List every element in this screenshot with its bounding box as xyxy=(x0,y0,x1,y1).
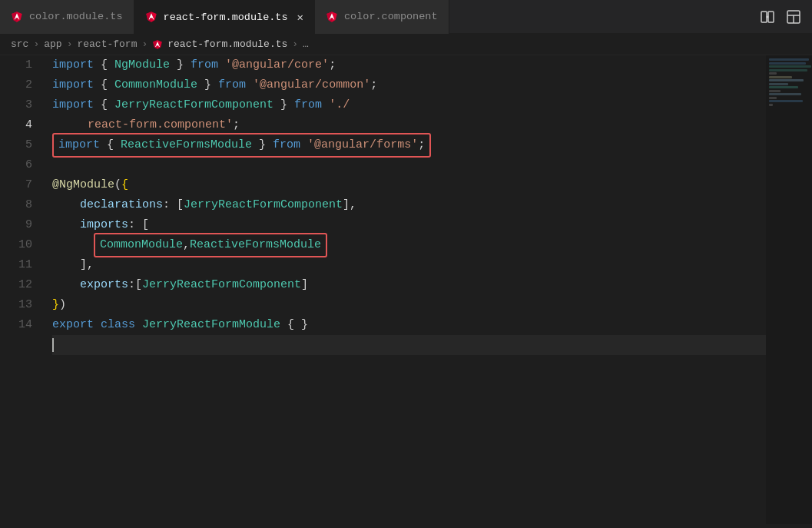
code-area: 1 2 3 4 5 6 7 8 9 10 11 12 13 14 import … xyxy=(0,55,812,524)
code-line-1: import { NgModule } from '@angular/core'… xyxy=(52,55,766,75)
line-num-4: 4 xyxy=(15,115,32,135)
tab-label-color-component: color.component xyxy=(344,11,438,22)
tab-label-color-module: color.module.ts xyxy=(29,11,123,22)
minimap xyxy=(766,55,812,524)
line-num-5: 5 xyxy=(15,135,32,155)
code-content[interactable]: import { NgModule } from '@angular/core'… xyxy=(45,55,766,524)
bc-ellipsis: … xyxy=(303,38,309,50)
bc-filename: react-form.module.ts xyxy=(167,38,287,50)
line-num-11: 11 xyxy=(15,255,32,275)
code-line-11: exports:[JerryReactFormComponent] xyxy=(52,275,766,295)
code-line-9: CommonModule,ReactiveFormsModule xyxy=(52,235,766,255)
code-line-10: ], xyxy=(52,255,766,275)
code-line-2: import { CommonModule } from '@angular/c… xyxy=(52,75,766,95)
breadcrumb: src › app › react-form › react-form.modu… xyxy=(0,34,812,55)
tab-react-form-module[interactable]: react-form.module.ts ✕ xyxy=(134,0,315,34)
bc-react-form: react-form xyxy=(77,38,137,50)
line-num-3: 3 xyxy=(15,95,32,115)
svg-rect-12 xyxy=(761,12,767,22)
angular-icon-2 xyxy=(145,11,157,23)
line-num-10: 10 xyxy=(15,235,32,255)
line-numbers: 1 2 3 4 5 6 7 8 9 10 11 12 13 14 xyxy=(0,55,45,524)
angular-icon-3 xyxy=(326,11,338,23)
code-line-3: import { JerryReactFormComponent } from … xyxy=(52,95,766,115)
svg-point-14 xyxy=(767,15,769,18)
toolbar-right xyxy=(757,6,812,28)
code-line-13: export class JerryReactFormModule { } xyxy=(52,315,766,335)
code-line-4: import { ReactiveFormsModule } from '@an… xyxy=(52,135,766,155)
bc-sep-1: › xyxy=(33,38,39,50)
tab-color-component[interactable]: color.component xyxy=(315,0,449,34)
line-num-9: 9 xyxy=(15,215,32,235)
line-num-13: 13 xyxy=(15,295,32,315)
bc-sep-3: › xyxy=(141,38,147,50)
tab-color-module[interactable]: color.module.ts xyxy=(0,0,134,34)
line-num-1: 1 xyxy=(15,55,32,75)
split-editor-button[interactable] xyxy=(757,6,778,28)
bc-sep-2: › xyxy=(67,38,73,50)
code-line-7: declarations: [JerryReactFormComponent], xyxy=(52,195,766,215)
code-line-5 xyxy=(52,155,766,175)
svg-rect-13 xyxy=(768,12,774,22)
line-num-14: 14 xyxy=(15,315,32,335)
code-line-6: @NgModule({ xyxy=(52,175,766,195)
bc-angular-icon xyxy=(152,39,163,50)
line-num-6: 6 xyxy=(15,155,32,175)
angular-icon-1 xyxy=(11,11,23,23)
bc-src: src xyxy=(11,38,28,50)
bc-sep-4: › xyxy=(292,38,298,50)
line-num-7: 7 xyxy=(15,175,32,195)
line-num-8: 8 xyxy=(15,195,32,215)
minimap-content xyxy=(766,55,812,110)
line-num-12: 12 xyxy=(15,275,32,295)
tab-label-react-form-module: react-form.module.ts xyxy=(164,12,288,23)
code-line-14 xyxy=(52,335,766,355)
tab-bar: color.module.ts react-form.module.ts ✕ c… xyxy=(0,0,812,34)
line-num-2: 2 xyxy=(15,75,32,95)
close-tab-button[interactable]: ✕ xyxy=(297,11,303,24)
layout-button[interactable] xyxy=(783,6,804,28)
bc-app: app xyxy=(44,38,61,50)
code-line-12: }) xyxy=(52,295,766,315)
